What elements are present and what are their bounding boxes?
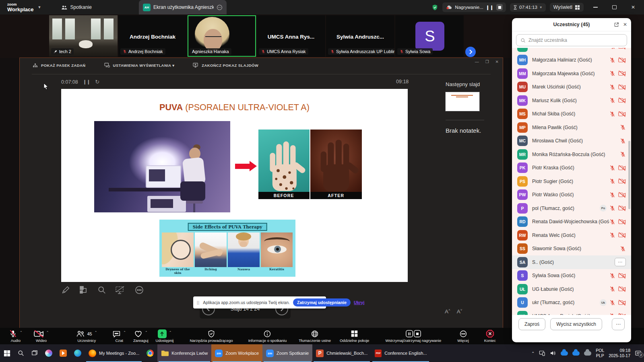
participant-more-button[interactable]: ⋯ [615, 258, 626, 266]
participants-list[interactable]: MHMałgorzata Haliniarz (Gość)MMMałgorzat… [512, 48, 631, 315]
font-decrease-button[interactable]: A˅ [457, 308, 462, 315]
participant-row[interactable]: UŁUG Łabunie (Gość) [512, 282, 631, 296]
video-tile[interactable]: Andrzej BochniakAndrzej Bochniak [118, 15, 187, 57]
popout-icon[interactable] [614, 22, 619, 27]
taskbar-snip[interactable] [41, 344, 56, 362]
tab-options-icon[interactable] [217, 4, 223, 10]
toolbar-tłumaczenie-ustne[interactable]: Tłumaczenie ustne [299, 328, 331, 344]
taskbar-search[interactable] [14, 344, 28, 362]
minimize-button[interactable] [590, 3, 601, 11]
language-indicator[interactable]: POL PLP [596, 348, 604, 358]
show-taskbar-button[interactable]: POKAŻ PASEK ZADAŃ [33, 63, 86, 68]
tab-screen-share[interactable]: AH Ekran użytkownika Agnieszka Har [139, 0, 227, 14]
taskbar-start[interactable] [0, 344, 14, 362]
participant-row[interactable]: MRMonika Różańska-Boczula (Gość) [512, 148, 631, 161]
more-tools-icon[interactable] [134, 285, 144, 295]
next-slide-thumbnail[interactable] [446, 92, 479, 111]
pen-icon[interactable] [61, 286, 70, 294]
video-tile[interactable]: tech 2 [49, 15, 118, 57]
participant-row[interactable]: MHMałgorzata Haliniarz (Gość) [512, 53, 631, 67]
video-tile[interactable]: SSylwia Sowa [395, 15, 464, 57]
stop-sharing-button[interactable]: Zatrzymaj udostępnianie [293, 298, 351, 306]
restore-button[interactable] [609, 3, 619, 11]
toolbar-narzędzia-prowadzącego[interactable]: Narzędzia prowadzącego [190, 328, 233, 344]
taskbar-taskview[interactable] [28, 344, 41, 362]
participant-row[interactable]: Ppol (Tłumacz, gość)Po [512, 202, 631, 215]
search-input[interactable]: Znajdź uczestnika [516, 34, 627, 46]
participant-row[interactable]: Uukr (Tłumacz, gość)Uk [512, 296, 631, 310]
participant-row[interactable] [512, 48, 631, 53]
close-panel-icon[interactable]: ✕ [623, 22, 627, 27]
participant-row[interactable]: RDRenata Dawid-Wojciechowska (Gość) [512, 215, 631, 229]
toolbar-koniec[interactable]: Koniec [484, 328, 496, 344]
participant-row[interactable]: PWPiotr Waśko (Gość) [512, 188, 631, 202]
ppt-restore-button[interactable]: ❐ [485, 60, 489, 64]
video-tile[interactable]: UMCS Anna Rys...UMCS Anna Rysiak [257, 15, 325, 57]
close-button[interactable]: ✕ [628, 3, 638, 11]
speaker-icon[interactable] [550, 350, 556, 356]
participant-row[interactable]: MSMichał Skiba (Gość) [512, 107, 631, 121]
taskbar-zoom-spotkanie[interactable]: zmZoom Spotkanie [262, 344, 312, 362]
onedrive-personal-icon[interactable] [584, 351, 591, 356]
participant-row[interactable]: UAUMCS Anna Rysiak (Gość) [512, 309, 631, 315]
participant-row[interactable]: RWRenata Welc (Gość) [512, 228, 631, 242]
chevron-up-icon[interactable]: ⌃ [20, 331, 23, 334]
chevron-down-icon[interactable]: ▼ [38, 5, 41, 9]
taskbar-edge[interactable] [70, 344, 85, 362]
taskbar-my-meetings-zoo-[interactable]: My Meetings - Zoo... [85, 344, 143, 362]
font-increase-button[interactable]: A˄ [445, 308, 450, 315]
toolbar-więcej[interactable]: Więcej [457, 328, 469, 344]
next-participants-button[interactable] [465, 47, 476, 57]
chevron-up-icon[interactable]: ⌃ [95, 331, 97, 334]
banner-drag-handle[interactable]: || [197, 300, 200, 305]
chevron-up-icon[interactable]: ⌃ [123, 331, 126, 334]
timer-restart-button[interactable]: ↻ [95, 79, 99, 85]
participant-row[interactable]: SSSławomir Sowa (Gość) [512, 242, 631, 256]
taskbar-conference-english-[interactable]: PDFConference English... [371, 344, 430, 362]
taskbar-media[interactable] [56, 344, 70, 362]
toolbar-wideo[interactable]: ⌃Wideo [34, 328, 49, 344]
taskbar-chrome[interactable] [143, 344, 157, 362]
black-screen-icon[interactable] [115, 285, 126, 295]
toolbar-audio[interactable]: ⌃Audio [9, 328, 23, 344]
toolbar-czat[interactable]: ⌃Czat [112, 328, 126, 344]
notification-center-icon[interactable]: 2 [635, 350, 642, 356]
zoom-magnifier-icon[interactable] [97, 286, 106, 294]
participant-row[interactable]: MCMirosława Chwil (Gość) [512, 134, 631, 148]
end-slideshow-button[interactable]: ZAKOŃCZ POKAZ SLAJDÓW [193, 63, 258, 68]
panel-more-button[interactable]: ⋯ [612, 318, 625, 330]
stop-recording-button[interactable] [496, 4, 503, 10]
display-settings-button[interactable]: USTAWIENIA WYŚWIETLANIA ▾ [104, 63, 175, 68]
scrollbar[interactable] [628, 141, 630, 209]
mute-all-button[interactable]: Wycisz wszystkich [550, 318, 602, 330]
participant-row[interactable]: PKPiotr Kraska (Gość) [512, 161, 631, 175]
onedrive-icon[interactable] [561, 351, 568, 356]
slide-sorter-icon[interactable] [79, 285, 89, 295]
toolbar-informacje-o-spotkaniu[interactable]: Informacje o spotkaniu [248, 328, 287, 344]
tray-expand-icon[interactable]: ⌃ [531, 351, 535, 356]
meeting-timer[interactable]: 07:41:13 ▼ [510, 3, 546, 12]
invite-button[interactable]: Zaproś [518, 318, 545, 330]
view-button[interactable]: Wyświetl [550, 3, 584, 12]
ppt-close-button[interactable]: ✕ [495, 60, 499, 64]
video-tile[interactable]: Agnieszka Hanaka [188, 15, 256, 57]
taskbar-konferencja-lwów[interactable]: Konferencja Lwów [157, 344, 211, 362]
taskbar-zoom-workplace[interactable]: zmZoom Workplace [211, 344, 262, 362]
taskbar-chmielewski-boch-[interactable]: PChmielewski_Boch... [312, 344, 371, 362]
toolbar-wstrzymaj-zatrzymaj-nagrywanie[interactable]: Wstrzymaj/zatrzymaj nagrywanie [385, 328, 441, 344]
clock-date[interactable]: 09:18 2025-10-17 [609, 348, 630, 358]
participant-row[interactable]: PSPiotr Sugier (Gość) [512, 175, 631, 188]
toolbar-udostępnij[interactable]: ⌃Udostępnij [156, 328, 174, 344]
participant-row[interactable]: SSylwia Sowa (Gość) [512, 269, 631, 283]
chevron-up-icon[interactable]: ⌃ [46, 331, 49, 334]
participant-row[interactable]: SAS.. (Gość)⋯ [512, 255, 631, 269]
ppt-minimize-button[interactable]: — [475, 60, 479, 64]
hide-banner-link[interactable]: Ukryj [354, 300, 364, 305]
participant-row[interactable]: MMMałgorzata Majewska (Gość) [512, 67, 631, 80]
security-shield-icon[interactable] [431, 4, 438, 11]
onedrive-icon[interactable] [572, 351, 580, 356]
pause-recording-button[interactable]: ❙❙ [486, 5, 494, 10]
participant-row[interactable]: MKMariusz Kulik (Gość) [512, 94, 631, 107]
participant-row[interactable]: MPMilena Pawlik (Gość) [512, 121, 631, 134]
timer-pause-button[interactable]: ❙❙ [83, 79, 90, 84]
